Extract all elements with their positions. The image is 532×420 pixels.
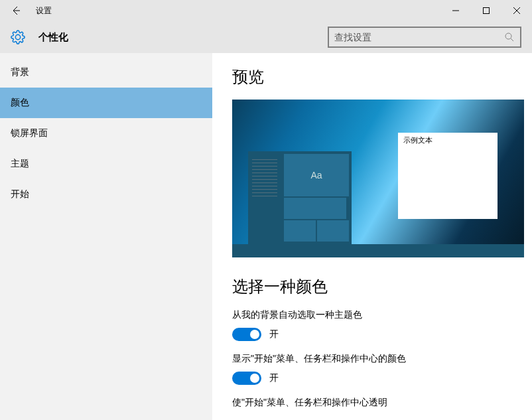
preview-heading: 预览: [232, 66, 512, 88]
sidebar-item-themes[interactable]: 主题: [0, 149, 212, 179]
titlebar: 设置: [0, 0, 532, 21]
search-icon: [504, 32, 515, 42]
sidebar-item-background[interactable]: 背景: [0, 57, 212, 88]
setting-show-color-label: 显示"开始"菜单、任务栏和操作中心的颜色: [232, 353, 512, 365]
toggle-show-color-state: 开: [269, 372, 279, 384]
window-controls: [440, 0, 532, 21]
preview-taskbar: [232, 244, 524, 257]
sidebar-item-start[interactable]: 开始: [0, 179, 212, 210]
sidebar-item-label: 开始: [11, 188, 29, 200]
preview-start-menu: Aa: [248, 151, 352, 244]
maximize-button[interactable]: [471, 0, 501, 21]
svg-line-5: [511, 38, 513, 41]
setting-auto-color-label: 从我的背景自动选取一种主题色: [232, 309, 512, 321]
preview-sample-text: 示例文本: [398, 133, 498, 147]
preview-box: Aa 示例文本: [232, 100, 524, 257]
back-button[interactable]: [0, 0, 32, 21]
setting-transparency-label: 使"开始"菜单、任务栏和操作中心透明: [232, 397, 512, 409]
maximize-icon: [483, 7, 490, 14]
search-box[interactable]: [328, 27, 521, 48]
gear-icon: [11, 30, 25, 44]
sidebar-item-colors[interactable]: 颜色: [0, 88, 212, 118]
svg-point-4: [505, 33, 511, 39]
sidebar-item-label: 背景: [11, 66, 29, 78]
sidebar-item-lockscreen[interactable]: 锁屏界面: [0, 118, 212, 149]
toggle-auto-color[interactable]: [232, 328, 261, 341]
window-title: 设置: [32, 5, 52, 17]
category-title: 个性化: [38, 31, 68, 44]
close-icon: [513, 7, 520, 14]
toggle-show-color[interactable]: [232, 372, 261, 385]
close-button[interactable]: [501, 0, 532, 21]
minimize-button[interactable]: [440, 0, 471, 21]
choose-color-heading: 选择一种颜色: [232, 276, 512, 297]
content-area: 预览 Aa 示例文本 选择一种颜色 从我的背景自: [212, 53, 532, 420]
svg-rect-1: [484, 8, 490, 14]
search-input[interactable]: [334, 32, 504, 42]
back-arrow-icon: [11, 5, 21, 16]
sidebar-item-label: 颜色: [11, 97, 29, 109]
sidebar: 背景 颜色 锁屏界面 主题 开始: [0, 53, 212, 420]
minimize-icon: [452, 7, 459, 14]
header: 个性化: [0, 21, 532, 53]
preview-tile-aa: Aa: [284, 154, 349, 196]
toggle-auto-color-state: 开: [269, 328, 279, 340]
preview-sample-window: 示例文本: [398, 133, 498, 219]
sidebar-item-label: 主题: [11, 158, 29, 170]
sidebar-item-label: 锁屏界面: [11, 127, 48, 139]
